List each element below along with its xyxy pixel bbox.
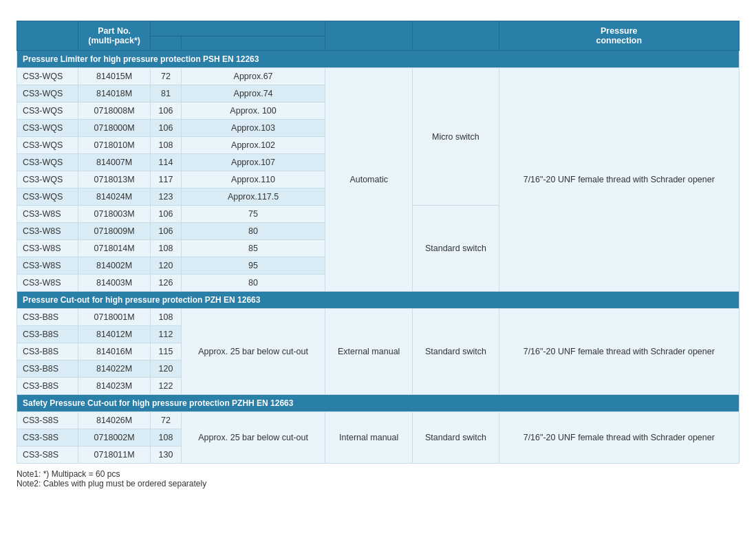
- cell-type: CS3-S8S: [17, 446, 78, 464]
- cell-cut-out: 114: [151, 154, 182, 171]
- cell-pressure-connection: 7/16"-20 UNF female thread with Schrader…: [499, 309, 739, 395]
- header-type: [17, 21, 78, 51]
- cell-cut-in: Approx.103: [181, 120, 325, 137]
- header-fixed-setting: [151, 21, 325, 36]
- cell-type: CS3-W8S: [17, 206, 78, 223]
- cell-cut-out: 120: [151, 257, 182, 275]
- cell-electrical-switch-micro: Micro switch: [413, 68, 499, 206]
- cell-pressure-connection: 7/16"-20 UNF female thread with Schrader…: [499, 412, 739, 464]
- cell-reset: Automatic: [325, 68, 413, 292]
- cell-electrical-switch-standard: Standard switch: [413, 206, 499, 292]
- table-row: CS3-S8S814026M72Approx. 25 bar below cut…: [17, 412, 739, 429]
- cell-part-no: 0718003M: [78, 206, 151, 223]
- cell-pressure-connection: 7/16"-20 UNF female thread with Schrader…: [499, 68, 739, 292]
- cell-type: CS3-WQS: [17, 137, 78, 154]
- section-pzh-header: Pressure Cut-out for high pressure prote…: [17, 292, 739, 309]
- cell-type: CS3-W8S: [17, 257, 78, 275]
- cell-type: CS3-WQS: [17, 120, 78, 137]
- cell-cut-out: 108: [151, 240, 182, 257]
- cell-type: CS3-B8S: [17, 326, 78, 343]
- note2: Note2: Cables with plug must be ordered …: [17, 479, 739, 488]
- cell-type: CS3-WQS: [17, 68, 78, 85]
- header-cut-in: [181, 36, 325, 51]
- cell-cut-in: Approx.107: [181, 154, 325, 171]
- cell-type: CS3-WQS: [17, 85, 78, 103]
- cell-cut-in: Approx.74: [181, 85, 325, 103]
- cell-cut-out: 106: [151, 120, 182, 137]
- cell-cut-in: 85: [181, 240, 325, 257]
- cell-type: CS3-W8S: [17, 275, 78, 292]
- cell-type: CS3-WQS: [17, 154, 78, 171]
- section-pzhh-header: Safety Pressure Cut-out for high pressur…: [17, 395, 739, 412]
- cell-type: CS3-WQS: [17, 171, 78, 189]
- cell-part-no: 0718008M: [78, 103, 151, 120]
- cell-cut-in: 95: [181, 257, 325, 275]
- cell-cut-in: Approx.67: [181, 68, 325, 85]
- cell-part-no: 0718001M: [78, 309, 151, 326]
- cell-type: CS3-S8S: [17, 412, 78, 429]
- cell-type: CS3-B8S: [17, 343, 78, 361]
- cell-part-no: 814022M: [78, 361, 151, 378]
- cell-part-no: 0718009M: [78, 223, 151, 240]
- cell-cut-out: 122: [151, 378, 182, 395]
- cell-cut-in: Approx.110: [181, 171, 325, 189]
- cell-electrical-switch: Standard switch: [413, 309, 499, 395]
- notes-section: Note1: *) Multipack = 60 pcs Note2: Cabl…: [17, 469, 739, 488]
- cell-part-no: 814007M: [78, 154, 151, 171]
- cell-cut-out: 106: [151, 206, 182, 223]
- cell-type: CS3-B8S: [17, 309, 78, 326]
- cell-cut-out: 123: [151, 189, 182, 206]
- table-row: CS3-WQS814015M72Approx.67AutomaticMicro …: [17, 68, 739, 85]
- note1: Note1: *) Multipack = 60 pcs: [17, 469, 739, 479]
- cell-cut-out: 106: [151, 103, 182, 120]
- cell-part-no: 0718002M: [78, 429, 151, 446]
- cell-cut-in: 75: [181, 206, 325, 223]
- cell-part-no: 814024M: [78, 189, 151, 206]
- cell-cut-out: 130: [151, 446, 182, 464]
- header-pressure-connection: Pressureconnection: [499, 21, 739, 51]
- cell-part-no: 0718014M: [78, 240, 151, 257]
- cell-cut-out: 81: [151, 85, 182, 103]
- cell-type: CS3-W8S: [17, 240, 78, 257]
- cell-part-no: 814026M: [78, 412, 151, 429]
- cell-cut-in: Approx. 100: [181, 103, 325, 120]
- cell-part-no: 0718000M: [78, 120, 151, 137]
- cell-cut-in: Approx.102: [181, 137, 325, 154]
- cell-type: CS3-WQS: [17, 189, 78, 206]
- cell-cut-out: 117: [151, 171, 182, 189]
- cell-cut-in: 80: [181, 275, 325, 292]
- cell-type: CS3-B8S: [17, 378, 78, 395]
- header-part-no: Part No.(multi-pack*): [78, 21, 151, 51]
- cell-part-no: 814018M: [78, 85, 151, 103]
- cell-part-no: 814016M: [78, 343, 151, 361]
- cell-cut-in: Approx. 25 bar below cut-out: [181, 309, 325, 395]
- cell-cut-out: 108: [151, 137, 182, 154]
- cell-part-no: 0718010M: [78, 137, 151, 154]
- cell-cut-out: 108: [151, 429, 182, 446]
- cell-type: CS3-W8S: [17, 223, 78, 240]
- cell-cut-out: 72: [151, 68, 182, 85]
- header-electrical-switch: [413, 21, 499, 51]
- cell-part-no: 814023M: [78, 378, 151, 395]
- header-cut-out: [151, 36, 182, 51]
- header-reset: [325, 21, 413, 51]
- selection-table: Part No.(multi-pack*) Pressureconnection…: [17, 21, 739, 464]
- cell-part-no: 814015M: [78, 68, 151, 85]
- cell-cut-out: 112: [151, 326, 182, 343]
- cell-part-no: 0718011M: [78, 446, 151, 464]
- cell-cut-in: Approx. 25 bar below cut-out: [181, 412, 325, 464]
- cell-part-no: 0718013M: [78, 171, 151, 189]
- cell-cut-out: 106: [151, 223, 182, 240]
- cell-cut-in: 80: [181, 223, 325, 240]
- cell-part-no: 814003M: [78, 275, 151, 292]
- cell-cut-out: 108: [151, 309, 182, 326]
- cell-reset: Internal manual: [325, 412, 413, 464]
- cell-type: CS3-S8S: [17, 429, 78, 446]
- cell-reset: External manual: [325, 309, 413, 395]
- cell-cut-out: 115: [151, 343, 182, 361]
- cell-part-no: 814002M: [78, 257, 151, 275]
- cell-cut-in: Approx.117.5: [181, 189, 325, 206]
- cell-cut-out: 126: [151, 275, 182, 292]
- cell-type: CS3-B8S: [17, 361, 78, 378]
- cell-type: CS3-WQS: [17, 103, 78, 120]
